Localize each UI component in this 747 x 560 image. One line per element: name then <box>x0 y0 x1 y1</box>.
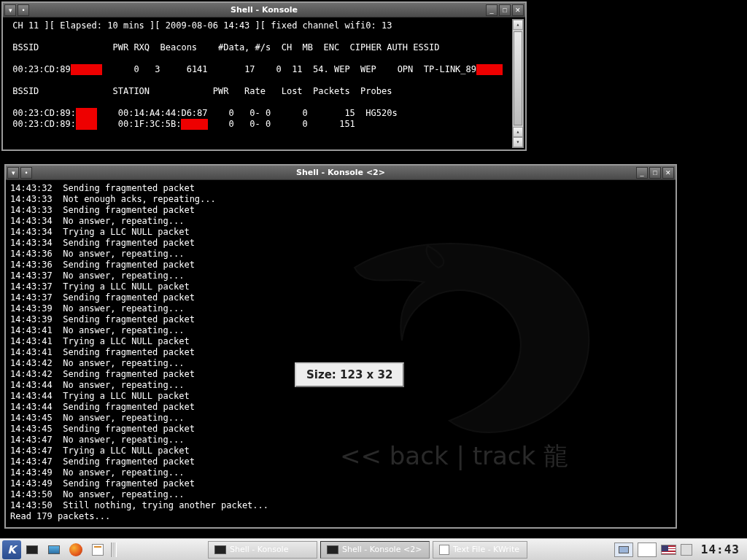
konsole-window-1[interactable]: ▾ • Shell - Konsole _ □ ✕ CH 11 ][ Elaps… <box>1 1 527 151</box>
kwrite-icon <box>439 545 449 555</box>
klipper-icon[interactable] <box>681 544 692 556</box>
sticky-icon[interactable]: • <box>20 167 32 179</box>
log-line: 14:43:37 Sending fragmented packet <box>10 292 671 303</box>
log-line: 14:43:39 No answer, repeating... <box>10 303 671 314</box>
konsole-window-2[interactable]: ▾ • Shell - Konsole <2> _ □ ✕ << back | … <box>4 164 677 529</box>
desktop-launcher-icon[interactable] <box>45 541 63 559</box>
task-konsole-2[interactable]: Shell - Konsole <2> <box>320 541 430 559</box>
log-line: 14:43:36 Sending fragmented packet <box>10 260 671 271</box>
minimize-icon[interactable]: _ <box>486 4 498 16</box>
resize-tooltip: Size: 123 x 32 <box>295 362 404 387</box>
titlebar-1[interactable]: ▾ • Shell - Konsole _ □ ✕ <box>3 3 525 18</box>
terminal-1[interactable]: CH 11 ][ Elapsed: 10 mins ][ 2009-08-06 … <box>3 18 525 133</box>
log-line: 14:43:34 Sending fragmented packet <box>10 238 671 249</box>
log-line: 14:43:37 Trying a LLC NULL packet <box>10 281 671 292</box>
log-line: 14:43:49 Sending fragmented packet <box>10 478 671 489</box>
task-konsole-1[interactable]: Shell - Konsole <box>208 541 317 559</box>
minimize-icon[interactable]: _ <box>636 167 648 179</box>
log-line: 14:43:45 No answer, repeating... <box>10 413 671 424</box>
log-line: 14:43:49 No answer, repeating... <box>10 467 671 478</box>
titlebar-2[interactable]: ▾ • Shell - Konsole <2> _ □ ✕ <box>6 166 676 180</box>
log-line: 14:43:44 Trying a LLC NULL packet <box>10 391 671 402</box>
scrollbar-1[interactable]: ▴ ▴ ▾ <box>512 19 524 148</box>
log-line: 14:43:41 Trying a LLC NULL packet <box>10 336 671 347</box>
konsole-icon <box>214 545 226 554</box>
task-label: Text File - KWrite <box>453 545 519 554</box>
log-line: 14:43:33 Not enough acks, repeating... <box>10 194 671 205</box>
ap-header: BSSID PWR RXQ Beacons #Data, #/s CH MB E… <box>7 42 521 53</box>
task-label: Shell - Konsole <2> <box>342 545 422 554</box>
airodump-status: CH 11 ][ Elapsed: 10 mins ][ 2009-08-06 … <box>7 20 521 31</box>
log-line: 14:43:41 No answer, repeating... <box>10 325 671 336</box>
log-line: 14:43:47 No answer, repeating... <box>10 435 671 446</box>
scroll-down-icon[interactable]: ▾ <box>513 137 523 147</box>
log-line: 14:43:47 Trying a LLC NULL packet <box>10 446 671 456</box>
close-icon[interactable]: ✕ <box>662 167 674 179</box>
clock[interactable]: 14:43 <box>697 542 744 556</box>
scroll-up-icon[interactable]: ▴ <box>513 20 523 30</box>
konsole-icon <box>327 545 338 554</box>
window-menu-icon[interactable]: ▾ <box>4 4 16 16</box>
scroll-up2-icon[interactable]: ▴ <box>513 127 523 137</box>
client-header: BSSID STATION PWR Rate Lost Packets Prob… <box>7 86 521 97</box>
window-title-2: Shell - Konsole <2> <box>296 168 385 177</box>
system-tray: 2 14:43 <box>611 542 747 557</box>
log-line: 14:43:39 Sending fragmented packet <box>10 314 671 325</box>
kmenu-icon[interactable]: K <box>2 540 21 559</box>
konsole-launcher-icon[interactable] <box>23 541 41 559</box>
client-row-1: 00:23:CD:89:XXXX 00:14:A4:44:D6:87 0 0- … <box>7 108 521 119</box>
log-line: Read 179 packets... <box>10 511 671 522</box>
task-label: Shell - Konsole <box>230 545 288 554</box>
log-line: 14:43:41 Sending fragmented packet <box>10 347 671 358</box>
window-menu-icon[interactable]: ▾ <box>7 167 19 179</box>
log-line: 14:43:47 Sending fragmented packet <box>10 456 671 467</box>
task-kwrite[interactable]: Text File - KWrite <box>433 541 527 559</box>
log-line: 14:43:45 Sending fragmented packet <box>10 424 671 435</box>
firefox-launcher-icon[interactable] <box>67 541 85 559</box>
taskbar[interactable]: K Shell - Konsole Shell - Konsole <2> Te… <box>0 538 747 560</box>
editor-launcher-icon[interactable] <box>89 541 107 559</box>
client-row-2: 00:23:CD:89:XXXX 00:1F:3C:5B:XXXXX 0 0- … <box>7 119 521 130</box>
pager-desktop-2[interactable]: 2 <box>638 542 657 557</box>
window-title-1: Shell - Konsole <box>231 5 298 15</box>
sticky-icon[interactable]: • <box>18 4 29 16</box>
taskbar-separator <box>111 542 117 557</box>
log-line: 14:43:37 No answer, repeating... <box>10 271 671 281</box>
close-icon[interactable]: ✕ <box>512 4 524 16</box>
log-line: 14:43:34 No answer, repeating... <box>10 216 671 227</box>
maximize-icon[interactable]: □ <box>649 167 661 179</box>
log-line: 14:43:50 Still nothing, trying another p… <box>10 500 671 511</box>
log-line: 14:43:50 No answer, repeating... <box>10 489 671 500</box>
terminal-2[interactable]: << back | track 龍 << back | track 龍 14:4… <box>6 180 676 529</box>
log-line: 14:43:44 Sending fragmented packet <box>10 402 671 413</box>
log-line: 14:43:36 No answer, repeating... <box>10 249 671 260</box>
pager-desktop-1[interactable] <box>614 542 633 557</box>
ap-row: 00:23:CD:89XXXXXX 0 3 6141 17 0 11 54. W… <box>7 64 521 75</box>
keyboard-layout-us-icon[interactable] <box>661 545 676 555</box>
log-line: 14:43:32 Sending fragmented packet <box>10 183 671 194</box>
log-line: 14:43:34 Trying a LLC NULL packet <box>10 227 671 238</box>
scroll-thumb[interactable] <box>514 31 522 125</box>
maximize-icon[interactable]: □ <box>499 4 511 16</box>
log-line: 14:43:33 Sending fragmented packet <box>10 205 671 216</box>
